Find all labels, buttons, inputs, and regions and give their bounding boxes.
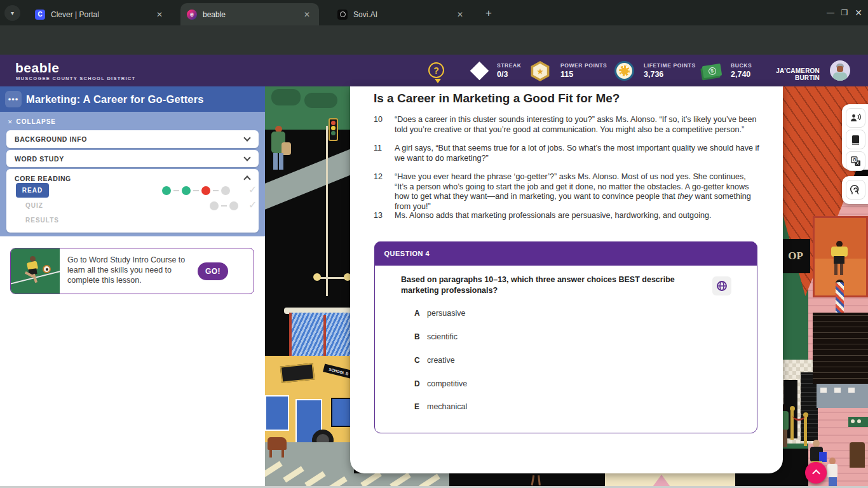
tab-search-button[interactable]: ▾ (4, 5, 20, 21)
paragraph-11: 11 A girl says, “But that seems true for… (374, 144, 759, 163)
streak-value: 0/3 (497, 70, 522, 79)
lesson-title: Marketing: A Career for Go-Getters (26, 93, 204, 105)
choice-e[interactable]: E mechanical (414, 402, 467, 411)
lesson-menu-icon[interactable]: ••• (5, 91, 22, 107)
tab-clever[interactable]: C Clever | Portal ✕ (29, 3, 172, 25)
bucks-label: BUCKS (731, 62, 752, 69)
paragraph-13: 13 Ms. Alonso adds that marketing profes… (374, 211, 759, 221)
section-background-info[interactable]: BACKGROUND INFO (6, 130, 259, 148)
avatar[interactable] (830, 60, 850, 81)
lesson-title-bar: ••• Marketing: A Career for Go-Getters (0, 86, 265, 112)
tool-rail-secondary (842, 176, 868, 204)
beable-favicon: e (187, 10, 197, 20)
translate-icon[interactable]: G (846, 151, 865, 171)
lesson-sidebar: ••• Marketing: A Career for Go-Getters ✕… (0, 86, 265, 488)
tool-rail: G (842, 104, 868, 170)
beable-logo[interactable]: beable (15, 60, 60, 76)
lifetime-points-icon (614, 61, 634, 81)
chevron-up-icon (243, 175, 250, 182)
read-button[interactable]: READ (16, 183, 49, 198)
picture-dictionary-head-icon[interactable] (846, 180, 865, 200)
svg-text:G: G (853, 157, 857, 161)
tab-close-icon[interactable]: ✕ (454, 9, 466, 20)
district-name: MUSCOGEE COUNTY SCHOOL DISTRICT (16, 76, 135, 81)
lesson-nav-panel: ✕ COLLAPSE BACKGROUND INFO WORD STUDY CO… (0, 112, 265, 236)
results-button[interactable]: RESULTS (25, 217, 59, 224)
clever-favicon: C (35, 10, 45, 20)
read-aloud-icon[interactable] (846, 108, 865, 128)
traffic-light (329, 118, 338, 141)
reading-card: Is a Career in Marketing a Good Fit for … (350, 86, 783, 473)
tab-close-icon[interactable]: ✕ (301, 9, 313, 20)
word-study-promo: Go to Word Study Intro Course to learn a… (10, 248, 254, 294)
paragraph-10: 10 “Does a career in this cluster sounds… (374, 115, 759, 135)
choice-c[interactable]: C creative (414, 356, 455, 365)
choice-d[interactable]: D competitive (414, 379, 467, 388)
lifetime-points-label: LIFETIME POINTS (644, 62, 696, 69)
collapse-button[interactable]: ✕ COLLAPSE (8, 118, 56, 125)
bucks-value: 2,740 (731, 70, 752, 79)
chevron-down-icon (243, 154, 250, 161)
quiz-progress-dots (210, 201, 238, 210)
section-core-reading[interactable]: CORE READING READ ✓ QUIZ ✓ RESULTS (6, 169, 259, 233)
close-icon: ✕ (8, 119, 13, 125)
browser-tabstrip: ▾ C Clever | Portal ✕ e beable ✕ Sovi.AI… (0, 0, 868, 25)
section-word-study[interactable]: WORD STUDY (6, 150, 259, 167)
power-points-label: POWER POINTS (560, 62, 607, 69)
help-icon[interactable]: ? (428, 62, 444, 78)
lifetime-points-value: 3,736 (644, 70, 696, 79)
tab-title: Sovi.AI (353, 10, 454, 19)
app-header: beable MUSCOGEE COUNTY SCHOOL DISTRICT ?… (0, 55, 868, 86)
new-tab-button[interactable]: + (481, 6, 496, 21)
promo-text: Go to Word Study Intro Course to learn a… (67, 255, 194, 285)
question-header: QUESTION 4 (374, 241, 757, 266)
screen: ▾ C Clever | Portal ✕ e beable ✕ Sovi.AI… (0, 0, 868, 488)
lamp-pole (326, 126, 328, 296)
dictionary-book-icon[interactable] (846, 130, 865, 149)
tab-beable[interactable]: e beable ✕ (180, 3, 319, 25)
sovi-favicon (337, 10, 348, 20)
window-close-button[interactable]: ✕ (850, 5, 867, 20)
stanchion (804, 416, 807, 446)
choice-a[interactable]: A persuasive (414, 309, 465, 318)
browser-toolbar: ← → ⟳ ⌂ muscogee.login.beable.com/lesson… (0, 25, 868, 55)
power-points-icon: ★ (530, 61, 550, 81)
question-box: QUESTION 4 Based on paragraphs 10–13, wh… (374, 241, 757, 433)
user-name[interactable]: JA'CAMERON BURTIN (763, 67, 820, 81)
tab-close-icon[interactable]: ✕ (154, 9, 165, 20)
go-button[interactable]: GO! (198, 262, 228, 280)
translate-globe-icon[interactable] (712, 276, 731, 295)
choice-b[interactable]: B scientific (414, 332, 458, 341)
quiz-button[interactable]: QUIZ (25, 202, 43, 209)
power-points-value: 115 (560, 70, 607, 79)
quiz-check-icon: ✓ (248, 199, 257, 211)
read-check-icon: ✓ (248, 184, 257, 196)
tab-title: Clever | Portal (51, 10, 154, 19)
bucks-icon: $ (702, 64, 722, 78)
read-progress-dots (162, 186, 230, 195)
question-prompt: Based on paragraphs 10–13, which three a… (401, 274, 681, 296)
soccer-illustration (11, 248, 60, 294)
chevron-down-icon (243, 134, 250, 141)
article-title: Is a Career in Marketing a Good Fit for … (374, 92, 620, 105)
streak-icon (470, 62, 489, 81)
streak-label: STREAK (497, 62, 522, 69)
tab-sovi[interactable]: Sovi.AI ✕ (331, 3, 472, 25)
tab-title: beable (203, 10, 301, 19)
paragraph-12: 12 “Have you ever heard the phrase ‘go-g… (374, 172, 759, 212)
scroll-to-top-button[interactable] (805, 462, 827, 484)
